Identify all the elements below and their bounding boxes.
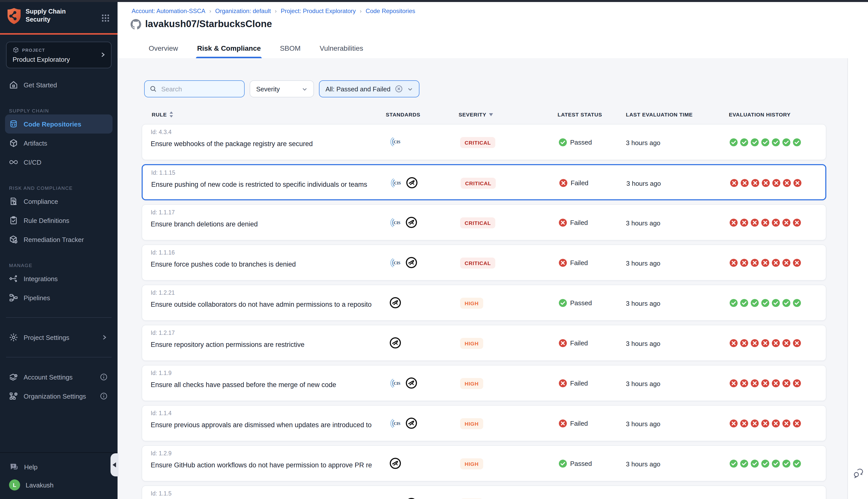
sidebar-item-organization-settings[interactable]: Organization Settings — [5, 387, 112, 406]
history-fail-icon[interactable] — [750, 379, 759, 388]
history-fail-icon[interactable] — [772, 419, 780, 428]
history-pass-icon[interactable] — [772, 299, 780, 307]
history-fail-icon[interactable] — [783, 179, 791, 187]
rule-row[interactable]: Id: 4.3.4 Ensure webhooks of the package… — [142, 124, 826, 160]
history-fail-icon[interactable] — [750, 258, 759, 267]
column-severity[interactable]: SEVERITY — [459, 111, 493, 118]
history-pass-icon[interactable] — [750, 138, 759, 147]
sidebar-item-account-settings[interactable]: Account Settings — [5, 367, 112, 387]
info-icon[interactable] — [100, 373, 108, 381]
sidebar-collapse-handle[interactable] — [110, 453, 119, 476]
history-fail-icon[interactable] — [772, 179, 781, 187]
history-fail-icon[interactable] — [740, 179, 749, 187]
history-fail-icon[interactable] — [761, 419, 770, 428]
history-pass-icon[interactable] — [740, 138, 748, 147]
history-fail-icon[interactable] — [750, 218, 759, 227]
sidebar-item-compliance[interactable]: Compliance — [5, 192, 112, 211]
history-fail-icon[interactable] — [750, 419, 759, 428]
history-pass-icon[interactable] — [761, 459, 770, 468]
breadcrumb-item[interactable]: Project: Product Exploratory — [281, 8, 356, 14]
history-pass-icon[interactable] — [740, 299, 748, 307]
history-fail-icon[interactable] — [730, 339, 738, 348]
history-fail-icon[interactable] — [730, 218, 738, 227]
rule-row[interactable]: Id: 1.1.17 Ensure branch deletions are d… — [142, 204, 826, 241]
history-fail-icon[interactable] — [761, 179, 770, 187]
history-fail-icon[interactable] — [782, 379, 791, 388]
sort-icon[interactable] — [169, 111, 173, 118]
history-pass-icon[interactable] — [730, 299, 738, 307]
help-button[interactable]: ? Help — [0, 458, 118, 476]
history-pass-icon[interactable] — [730, 459, 738, 468]
rule-row[interactable]: Id: 1.2.17 Ensure repository action perm… — [142, 325, 826, 361]
support-chat-icon[interactable] — [853, 468, 864, 479]
history-fail-icon[interactable] — [793, 218, 801, 227]
user-menu[interactable]: L Lavakush — [0, 476, 118, 494]
column-rule[interactable]: RULE — [152, 111, 173, 118]
history-fail-icon[interactable] — [740, 339, 748, 348]
sidebar-item-pipelines[interactable]: Pipelines — [5, 288, 112, 307]
rule-row[interactable]: Id: 1.1.9 Ensure all checks have passed … — [142, 365, 826, 401]
clear-filter-icon[interactable] — [395, 85, 403, 93]
history-fail-icon[interactable] — [782, 339, 791, 348]
sidebar-item-integrations[interactable]: Integrations — [5, 269, 112, 288]
history-fail-icon[interactable] — [761, 258, 770, 267]
history-fail-icon[interactable] — [751, 179, 760, 187]
search-input[interactable] — [160, 85, 238, 93]
history-pass-icon[interactable] — [730, 138, 738, 147]
history-fail-icon[interactable] — [740, 419, 748, 428]
sidebar-item-artifacts[interactable]: Artifacts — [5, 134, 112, 153]
history-pass-icon[interactable] — [782, 459, 791, 468]
rule-row[interactable]: Id: 1.1.5 CIS HIGH Failed 3 hours ago — [142, 485, 826, 499]
history-fail-icon[interactable] — [772, 379, 780, 388]
history-pass-icon[interactable] — [772, 138, 780, 147]
tab-sbom[interactable]: SBOM — [279, 38, 301, 58]
project-selector[interactable]: PROJECT Product Exploratory — [6, 42, 111, 68]
history-pass-icon[interactable] — [750, 299, 759, 307]
history-pass-icon[interactable] — [782, 138, 791, 147]
apps-grid-icon[interactable] — [101, 14, 109, 22]
rule-row[interactable]: Id: 1.2.9 Ensure GitHub action workflows… — [142, 445, 826, 482]
sidebar-item-code-repositories[interactable]: Code Repositories — [5, 114, 112, 134]
history-fail-icon[interactable] — [740, 218, 748, 227]
history-fail-icon[interactable] — [772, 258, 780, 267]
breadcrumb-item[interactable]: Organization: default — [215, 8, 271, 14]
sidebar-item-project-settings[interactable]: Project Settings — [5, 328, 112, 347]
status-filter-dropdown[interactable]: All: Passed and Failed — [319, 80, 420, 97]
history-fail-icon[interactable] — [730, 179, 738, 187]
history-fail-icon[interactable] — [793, 419, 801, 428]
tab-vulnerabilities[interactable]: Vulnerabilities — [319, 38, 364, 58]
info-icon[interactable] — [100, 392, 108, 400]
tab-overview[interactable]: Overview — [148, 38, 179, 58]
history-fail-icon[interactable] — [793, 179, 802, 187]
sidebar-item-get-started[interactable]: Get Started — [5, 75, 112, 94]
rule-row[interactable]: Id: 1.1.15 Ensure pushing of new code is… — [142, 164, 826, 200]
history-fail-icon[interactable] — [730, 419, 738, 428]
history-fail-icon[interactable] — [761, 339, 770, 348]
history-pass-icon[interactable] — [793, 459, 801, 468]
history-fail-icon[interactable] — [793, 379, 801, 388]
sidebar-item-rule-definitions[interactable]: Rule Definitions — [5, 211, 112, 230]
history-pass-icon[interactable] — [740, 459, 748, 468]
history-fail-icon[interactable] — [740, 258, 748, 267]
sidebar-item-ci-cd[interactable]: CI/CD — [5, 153, 112, 172]
history-pass-icon[interactable] — [793, 138, 801, 147]
history-fail-icon[interactable] — [793, 258, 801, 267]
rule-row[interactable]: Id: 1.2.21 Ensure outside collaborators … — [142, 285, 826, 321]
history-pass-icon[interactable] — [750, 459, 759, 468]
history-fail-icon[interactable] — [772, 218, 780, 227]
history-fail-icon[interactable] — [730, 258, 738, 267]
history-pass-icon[interactable] — [782, 299, 791, 307]
history-fail-icon[interactable] — [793, 339, 801, 348]
tab-risk-compliance[interactable]: Risk & Compliance — [196, 38, 262, 58]
history-fail-icon[interactable] — [761, 218, 770, 227]
rule-row[interactable]: Id: 1.1.16 Ensure force pushes code to b… — [142, 244, 826, 281]
breadcrumb-item[interactable]: Code Repositories — [366, 8, 415, 14]
history-fail-icon[interactable] — [730, 379, 738, 388]
history-pass-icon[interactable] — [761, 299, 770, 307]
history-fail-icon[interactable] — [782, 419, 791, 428]
sidebar-item-remediation-tracker[interactable]: Remediation Tracker — [5, 230, 112, 249]
history-fail-icon[interactable] — [772, 339, 780, 348]
history-fail-icon[interactable] — [740, 379, 748, 388]
history-pass-icon[interactable] — [793, 299, 801, 307]
history-fail-icon[interactable] — [761, 379, 770, 388]
